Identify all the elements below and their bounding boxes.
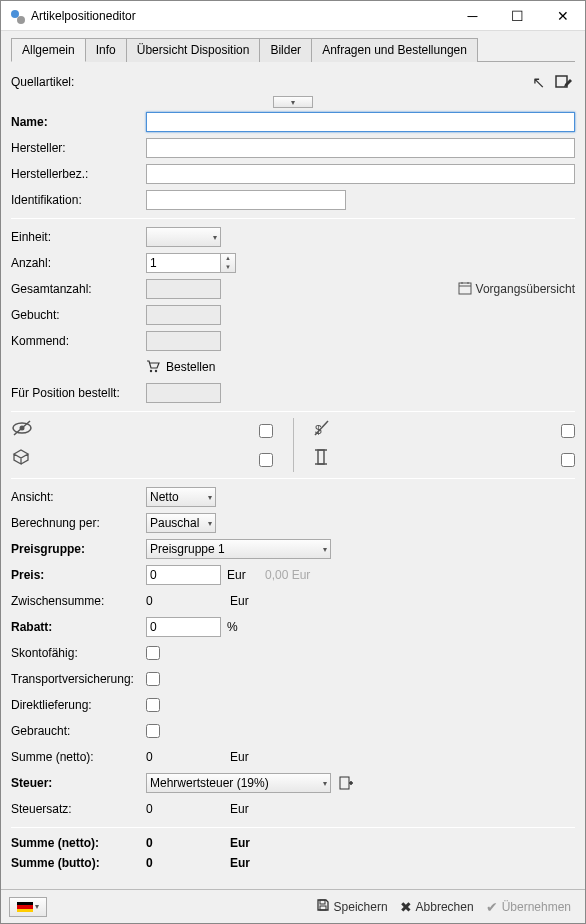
cancel-icon: ✖ [400, 899, 412, 915]
steuer-select[interactable]: Mehrwertsteuer (19%)▾ [146, 773, 331, 793]
vorgang-link[interactable]: Vorgangsübersicht [458, 281, 575, 298]
flag-de-icon [17, 902, 33, 912]
svg-rect-1 [459, 283, 471, 294]
tab-info[interactable]: Info [85, 38, 127, 62]
preisgruppe-select[interactable]: Preisgruppe 1▾ [146, 539, 331, 559]
vorgang-label: Vorgangsübersicht [476, 282, 575, 296]
bestellen-button[interactable]: Bestellen [166, 360, 215, 374]
gebucht-input [146, 305, 221, 325]
hersteller-input[interactable] [146, 138, 575, 158]
window-title: Artikelpositioneditor [31, 9, 450, 23]
summe-netto2-label: Summe (netto): [11, 836, 146, 850]
svg-point-6 [155, 369, 157, 371]
column-icon [313, 447, 337, 472]
gebraucht-checkbox[interactable] [146, 724, 160, 738]
name-input[interactable] [146, 112, 575, 132]
close-button[interactable]: ✕ [540, 1, 585, 30]
steuer-label: Steuer: [11, 776, 146, 790]
price-hide-checkbox[interactable] [561, 424, 575, 438]
cancel-button[interactable]: ✖ Abbrechen [394, 899, 480, 915]
steuersatz-unit: Eur [230, 802, 260, 816]
language-select[interactable]: ▾ [9, 897, 47, 917]
gebucht-label: Gebucht: [11, 308, 146, 322]
preis-input[interactable] [146, 565, 221, 585]
herstellerbez-input[interactable] [146, 164, 575, 184]
eye-strike-icon [11, 419, 35, 442]
gebraucht-label: Gebraucht: [11, 724, 146, 738]
transport-checkbox[interactable] [146, 672, 160, 686]
calendar-icon [458, 281, 472, 298]
column-checkbox[interactable] [561, 453, 575, 467]
apply-icon: ✔ [486, 899, 498, 915]
zwischensumme-unit: Eur [230, 594, 260, 608]
cart-icon [146, 359, 160, 376]
kommend-label: Kommend: [11, 334, 146, 348]
summe-netto2-value: 0 [146, 836, 224, 850]
tab-bar: Allgemein Info Übersicht Disposition Bil… [11, 37, 575, 62]
fuer-position-label: Für Position bestellt: [11, 386, 146, 400]
save-button[interactable]: Speichern [310, 898, 394, 915]
zwischensumme-value: 0 [146, 594, 224, 608]
minimize-button[interactable]: ─ [450, 1, 495, 30]
transport-label: Transportversicherung: [11, 672, 146, 686]
berechnung-label: Berechnung per: [11, 516, 146, 530]
anzahl-label: Anzahl: [11, 256, 146, 270]
gesamtanzahl-label: Gesamtanzahl: [11, 282, 146, 296]
summe-netto2-unit: Eur [230, 836, 260, 850]
dollar-strike-icon: $ [313, 418, 337, 443]
name-label: Name: [11, 115, 146, 129]
einheit-select[interactable]: ▾ [146, 227, 221, 247]
maximize-button[interactable]: ☐ [495, 1, 540, 30]
apply-button[interactable]: ✔ Übernehmen [480, 899, 577, 915]
fuer-position-input [146, 383, 221, 403]
gesamtanzahl-input [146, 279, 221, 299]
titlebar: Artikelpositioneditor ─ ☐ ✕ [1, 1, 585, 31]
direkt-label: Direktlieferung: [11, 698, 146, 712]
app-icon [9, 8, 25, 24]
anzahl-spinner[interactable]: ▲▼ [220, 253, 236, 273]
visibility-checkbox[interactable] [259, 424, 273, 438]
preisgruppe-label: Preisgruppe: [11, 542, 146, 556]
ansicht-select[interactable]: Netto▾ [146, 487, 216, 507]
rabatt-label: Rabatt: [11, 620, 146, 634]
tab-anfragen[interactable]: Anfragen und Bestellungen [311, 38, 478, 62]
kommend-input [146, 331, 221, 351]
preis-unit: Eur [227, 568, 257, 582]
zwischensumme-label: Zwischensumme: [11, 594, 146, 608]
rabatt-unit: % [227, 620, 257, 634]
footer: ▾ Speichern ✖ Abbrechen ✔ Übernehmen [1, 889, 585, 923]
edit-source-icon[interactable] [555, 73, 573, 91]
preis-hint: 0,00 Eur [265, 568, 310, 582]
summe-brutto-label: Summe (butto): [11, 856, 146, 870]
berechnung-select[interactable]: Pauschal▾ [146, 513, 216, 533]
identifikation-label: Identifikation: [11, 193, 146, 207]
summe-netto-value: 0 [146, 750, 224, 764]
svg-rect-15 [340, 777, 349, 789]
tab-disposition[interactable]: Übersicht Disposition [126, 38, 261, 62]
direkt-checkbox[interactable] [146, 698, 160, 712]
einheit-label: Einheit: [11, 230, 146, 244]
skonto-checkbox[interactable] [146, 646, 160, 660]
identifikation-input[interactable] [146, 190, 346, 210]
summe-netto-unit: Eur [230, 750, 260, 764]
pointer-icon[interactable]: ↖ [529, 73, 547, 91]
steuersatz-label: Steuersatz: [11, 802, 146, 816]
tab-allgemein[interactable]: Allgemein [11, 38, 86, 62]
rabatt-input[interactable] [146, 617, 221, 637]
summe-brutto-value: 0 [146, 856, 224, 870]
expand-handle[interactable]: ▾ [273, 96, 313, 108]
cube-checkbox[interactable] [259, 453, 273, 467]
add-tax-icon[interactable] [337, 774, 355, 792]
svg-point-5 [150, 369, 152, 371]
tab-bilder[interactable]: Bilder [259, 38, 312, 62]
steuersatz-value: 0 [146, 802, 224, 816]
svg-rect-12 [318, 450, 324, 464]
summe-brutto-unit: Eur [230, 856, 260, 870]
summe-netto-label: Summe (netto): [11, 750, 146, 764]
hersteller-label: Hersteller: [11, 141, 146, 155]
herstellerbez-label: Herstellerbez.: [11, 167, 146, 181]
anzahl-input[interactable] [146, 253, 221, 273]
ansicht-label: Ansicht: [11, 490, 146, 504]
skonto-label: Skontofähig: [11, 646, 146, 660]
quellartikel-label: Quellartikel: [11, 75, 146, 89]
